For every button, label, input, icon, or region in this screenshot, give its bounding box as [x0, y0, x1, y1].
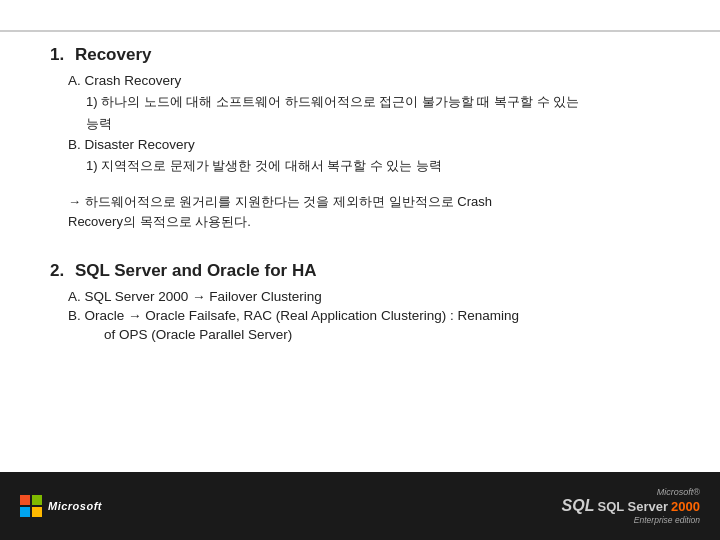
subsection-1a-title: A. Crash Recovery — [68, 73, 670, 88]
ms-flag-icon — [20, 495, 42, 517]
microsoft-text: Microsoft — [48, 500, 102, 512]
subsection-1a-item1: 1) 하나의 노드에 대해 소프트웨어 하드웨어적으로 접근이 불가능할 때 복… — [86, 92, 670, 112]
section-2-title: 2. SQL Server and Oracle for HA — [50, 261, 670, 281]
sql-text: SQL — [562, 497, 595, 515]
sql-server-text: SQL Server — [597, 499, 668, 514]
section-1: 1. Recovery A. Crash Recovery 1) 하나의 노드에… — [50, 45, 670, 233]
subsection-2b-line1: B. Oracle → Oracle Failsafe, RAC (Real A… — [68, 308, 670, 323]
subsection-2b-line2: of OPS (Oracle Parallel Server) — [104, 327, 670, 342]
subsection-2a: A. SQL Server 2000 → Failover Clustering — [68, 289, 670, 304]
subsection-1b-item1: 1) 지역적으로 문제가 발생한 것에 대해서 복구할 수 있는 능력 — [86, 156, 670, 176]
arrow-note-line2: Recovery의 목적으로 사용된다. — [68, 212, 670, 233]
section-1-title: 1. Recovery — [50, 45, 670, 65]
footer: Microsoft Microsoft® SQL SQL Server 2000… — [0, 472, 720, 540]
subsection-1b-title: B. Disaster Recovery — [68, 137, 670, 152]
sql-logo-top-label: Microsoft® — [657, 487, 700, 497]
sql-logo-main: SQL SQL Server 2000 — [562, 497, 700, 515]
sql-server-logo: Microsoft® SQL SQL Server 2000 Enterpris… — [562, 487, 700, 525]
top-divider — [0, 30, 720, 32]
ms-flag-green — [32, 495, 42, 505]
ms-flag-blue — [20, 507, 30, 517]
microsoft-logo: Microsoft — [20, 495, 102, 517]
ms-flag-red — [20, 495, 30, 505]
section-2: 2. SQL Server and Oracle for HA A. SQL S… — [50, 261, 670, 342]
main-content: 1. Recovery A. Crash Recovery 1) 하나의 노드에… — [50, 45, 670, 460]
arrow-note: → 하드웨어적으로 원거리를 지원한다는 것을 제외하면 일반적으로 Crash… — [68, 192, 670, 234]
arrow-note-line1: → 하드웨어적으로 원거리를 지원한다는 것을 제외하면 일반적으로 Crash — [68, 192, 670, 213]
sql-year-text: 2000 — [671, 499, 700, 514]
subsection-1a-item1b: 능력 — [86, 114, 670, 134]
sql-edition-text: Enterprise edition — [634, 515, 700, 525]
ms-flag-yellow — [32, 507, 42, 517]
